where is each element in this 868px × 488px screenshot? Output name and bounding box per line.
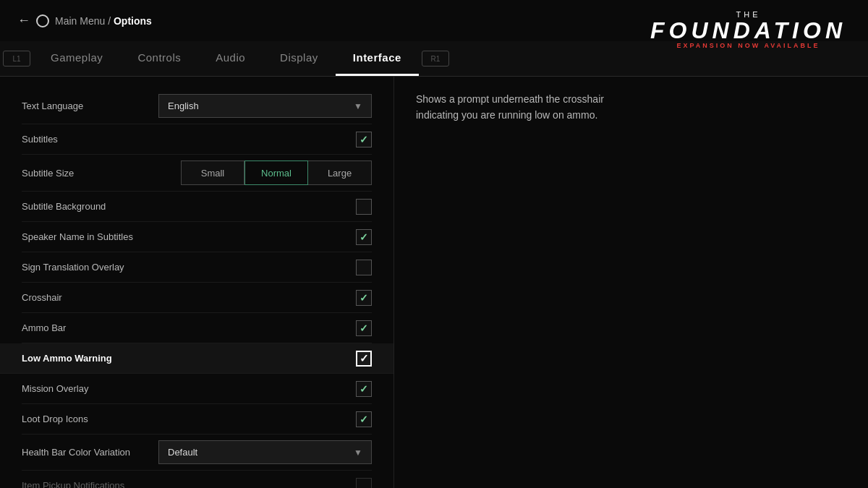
- mission-overlay-checkbox[interactable]: [356, 381, 372, 397]
- info-text: Shows a prompt underneath the crosshair …: [416, 91, 618, 124]
- game-logo: THE FOUNDATION EXPANSION NOW AVAILABLE: [650, 10, 846, 49]
- subtitle-size-control: Small Normal Large: [181, 160, 372, 185]
- health-bar-color-dropdown[interactable]: Default ▼: [158, 440, 372, 464]
- setting-subtitle-background: Subtitle Background: [22, 192, 372, 222]
- setting-subtitles: Subtitles: [22, 124, 372, 155]
- setting-subtitle-size: Subtitle Size Small Normal Large: [22, 155, 372, 192]
- subtitle-size-buttons: Small Normal Large: [181, 160, 372, 185]
- text-language-control: English ▼: [158, 94, 372, 118]
- setting-text-language: Text Language English ▼: [22, 88, 372, 124]
- r1-hint: R1: [422, 51, 449, 67]
- text-language-value: English: [168, 100, 199, 111]
- ammo-bar-control: [356, 320, 372, 336]
- back-button[interactable]: ← Main Menu / Options: [17, 13, 152, 28]
- setting-health-bar-color: Health Bar Color Variation Default ▼: [22, 435, 372, 471]
- crosshair-control: [356, 290, 372, 306]
- settings-panel: Text Language English ▼ Subtitles Subtit…: [0, 77, 394, 488]
- tab-interface[interactable]: Interface: [336, 41, 419, 76]
- health-bar-dropdown-arrow-icon: ▼: [354, 448, 362, 458]
- back-arrow-icon: ←: [17, 13, 30, 28]
- text-language-dropdown[interactable]: English ▼: [158, 94, 372, 118]
- setting-crosshair: Crosshair: [22, 283, 372, 313]
- subtitle-size-large[interactable]: Large: [308, 160, 372, 185]
- sign-translation-control: [356, 260, 372, 275]
- subtitle-background-checkbox[interactable]: [356, 199, 372, 215]
- loot-drop-label: Loot Drop Icons: [22, 414, 356, 424]
- health-bar-color-value: Default: [168, 447, 197, 458]
- subtitle-background-label: Subtitle Background: [22, 201, 356, 212]
- setting-low-ammo-warning: Low Ammo Warning: [0, 343, 393, 374]
- tab-display[interactable]: Display: [263, 41, 336, 76]
- breadcrumb: Main Menu / Options: [55, 15, 152, 27]
- health-bar-color-label: Health Bar Color Variation: [22, 447, 158, 458]
- setting-mission-overlay: Mission Overlay: [22, 374, 372, 404]
- item-pickup-label: Item Pickup Notifications: [22, 480, 356, 488]
- health-bar-color-control: Default ▼: [158, 440, 372, 464]
- subtitle-size-label: Subtitle Size: [22, 168, 181, 179]
- setting-item-pickup: Item Pickup Notifications: [22, 471, 372, 488]
- circle-icon: [36, 14, 49, 27]
- speaker-name-checkbox[interactable]: [356, 229, 372, 245]
- subtitles-label: Subtitles: [22, 134, 356, 145]
- setting-speaker-name: Speaker Name in Subtitles: [22, 222, 372, 252]
- tab-audio[interactable]: Audio: [198, 41, 263, 76]
- crosshair-label: Crosshair: [22, 292, 356, 303]
- low-ammo-warning-control: [356, 351, 372, 367]
- tab-gameplay[interactable]: Gameplay: [33, 41, 120, 76]
- ammo-bar-label: Ammo Bar: [22, 322, 356, 333]
- logo-title: FOUNDATION: [650, 19, 846, 42]
- sign-translation-label: Sign Translation Overlay: [22, 262, 356, 273]
- crosshair-checkbox[interactable]: [356, 290, 372, 306]
- setting-ammo-bar: Ammo Bar: [22, 313, 372, 343]
- setting-sign-translation: Sign Translation Overlay: [22, 252, 372, 283]
- info-panel: Shows a prompt underneath the crosshair …: [394, 77, 868, 488]
- subtitles-control: [356, 132, 372, 147]
- ammo-bar-checkbox[interactable]: [356, 320, 372, 336]
- setting-loot-drop: Loot Drop Icons: [22, 404, 372, 435]
- l1-hint: L1: [3, 51, 30, 67]
- mission-overlay-label: Mission Overlay: [22, 383, 356, 394]
- mission-overlay-control: [356, 381, 372, 397]
- subtitles-checkbox[interactable]: [356, 132, 372, 147]
- tab-controls[interactable]: Controls: [120, 41, 198, 76]
- loot-drop-control: [356, 411, 372, 427]
- item-pickup-control: [356, 478, 372, 489]
- sign-translation-checkbox[interactable]: [356, 260, 372, 275]
- loot-drop-checkbox[interactable]: [356, 411, 372, 427]
- low-ammo-warning-checkbox[interactable]: [356, 351, 372, 367]
- subtitle-size-normal[interactable]: Normal: [244, 160, 308, 185]
- item-pickup-checkbox[interactable]: [356, 478, 372, 489]
- text-language-label: Text Language: [22, 100, 158, 111]
- subtitle-background-control: [356, 199, 372, 215]
- dropdown-arrow-icon: ▼: [354, 101, 362, 111]
- low-ammo-warning-label: Low Ammo Warning: [22, 353, 356, 364]
- speaker-name-label: Speaker Name in Subtitles: [22, 231, 356, 242]
- main-content: Text Language English ▼ Subtitles Subtit…: [0, 77, 868, 488]
- subtitle-size-small[interactable]: Small: [181, 160, 244, 185]
- speaker-name-control: [356, 229, 372, 245]
- logo-subtitle: EXPANSION NOW AVAILABLE: [650, 42, 846, 49]
